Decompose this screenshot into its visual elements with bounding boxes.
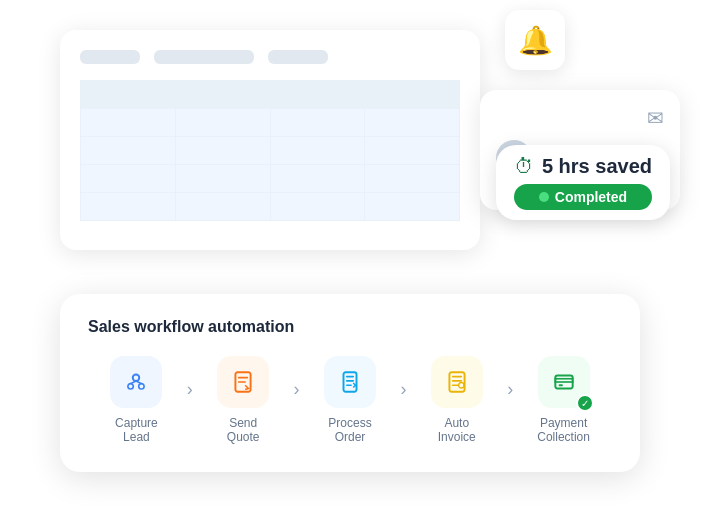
send-quote-icon [230, 369, 256, 395]
completed-dot [539, 192, 549, 202]
header-pill-3 [268, 50, 328, 64]
email-icon: ✉ [647, 106, 664, 130]
svg-rect-9 [558, 384, 562, 386]
payment-collection-icon [551, 369, 577, 395]
step-capture-lead: CaptureLead [88, 356, 185, 444]
step-icon-capture-lead [110, 356, 162, 408]
svg-rect-4 [343, 372, 356, 392]
bell-card[interactable]: 🔔 [505, 10, 565, 70]
scene: 🔔 ✉ ⏱ 5 hrs saved Completed Sales workfl… [0, 0, 720, 512]
svg-point-6 [458, 383, 463, 388]
capture-lead-icon [123, 369, 149, 395]
spreadsheet-header [80, 50, 460, 64]
step-icon-send-quote [217, 356, 269, 408]
svg-point-0 [133, 374, 140, 381]
spreadsheet-table [80, 80, 460, 221]
step-icon-process-order [324, 356, 376, 408]
header-pill-1 [80, 50, 140, 64]
step-label-capture-lead: CaptureLead [115, 416, 158, 444]
workflow-steps: CaptureLead › SendQuote › [88, 356, 612, 444]
step-payment-collection: ✓ PaymentCollection [515, 356, 612, 444]
svg-point-1 [128, 384, 133, 389]
svg-rect-8 [555, 379, 572, 382]
step-process-order: ProcessOrder [302, 356, 399, 444]
savings-badge: ⏱ 5 hrs saved Completed [496, 145, 670, 220]
header-pill-2 [154, 50, 254, 64]
step-label-send-quote: SendQuote [227, 416, 260, 444]
workflow-card: Sales workflow automation CaptureLead › [60, 294, 640, 472]
process-order-icon [337, 369, 363, 395]
arrow-3: › [400, 379, 406, 400]
step-label-auto-invoice: AutoInvoice [438, 416, 476, 444]
savings-amount: 5 hrs saved [542, 155, 652, 178]
step-auto-invoice: AutoInvoice [408, 356, 505, 444]
arrow-2: › [294, 379, 300, 400]
auto-invoice-icon [444, 369, 470, 395]
arrow-4: › [507, 379, 513, 400]
step-send-quote: SendQuote [195, 356, 292, 444]
completed-label: Completed [555, 189, 627, 205]
email-icon-row: ✉ [496, 106, 664, 130]
completed-badge: Completed [514, 184, 652, 210]
step-label-process-order: ProcessOrder [328, 416, 371, 444]
step-icon-payment-collection: ✓ [538, 356, 590, 408]
spreadsheet-card [60, 30, 480, 250]
step-icon-auto-invoice [431, 356, 483, 408]
workflow-title: Sales workflow automation [88, 318, 612, 336]
arrow-1: › [187, 379, 193, 400]
step-label-payment-collection: PaymentCollection [537, 416, 590, 444]
savings-row: ⏱ 5 hrs saved [514, 155, 652, 178]
timer-icon: ⏱ [514, 155, 534, 178]
bell-icon: 🔔 [518, 24, 553, 57]
step-check-payment: ✓ [576, 394, 594, 412]
svg-point-2 [139, 384, 144, 389]
